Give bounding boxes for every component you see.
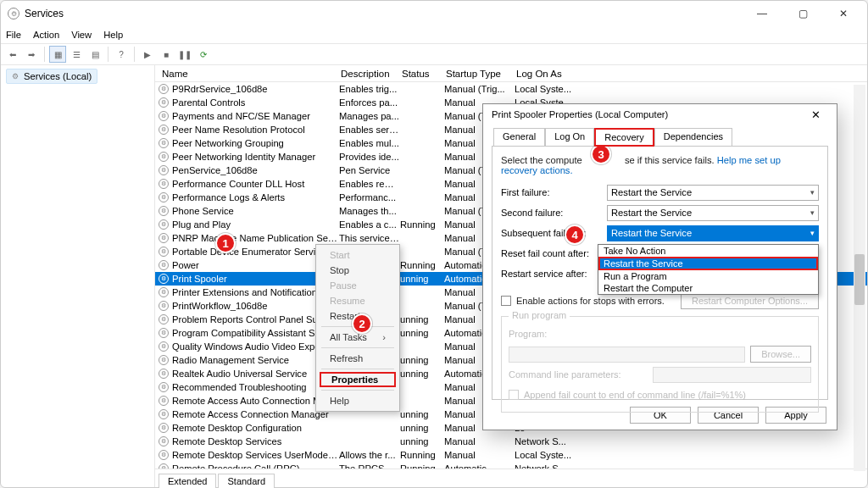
table-row[interactable]: ⚙Remote Desktop ServicesunningManualNetw…: [155, 435, 867, 448]
program-path-input[interactable]: [509, 347, 745, 363]
cell-name: Remote Access Auto Connection Manager: [172, 396, 339, 406]
cell-desc: Provides ide...: [339, 152, 400, 162]
minimize-button[interactable]: —: [745, 3, 779, 25]
opt-restart-service[interactable]: Restart the Service: [598, 257, 818, 270]
ctx-help[interactable]: Help: [318, 393, 398, 408]
cell-name: Payments and NFC/SE Manager: [172, 111, 339, 121]
reset-count-label: Reset fail count after:: [501, 248, 607, 258]
second-failure-label: Second failure:: [501, 208, 607, 218]
first-failure-combo[interactable]: Restart the Service▾: [607, 185, 819, 201]
play-icon[interactable]: ▶: [139, 46, 156, 63]
cell-startup: Manual: [444, 436, 515, 446]
service-icon: ⚙: [159, 233, 169, 243]
tab-standard[interactable]: Standard: [218, 474, 275, 488]
menu-help[interactable]: Help: [103, 30, 123, 40]
ctx-pause[interactable]: Pause: [318, 278, 398, 293]
cell-desc: Enables a c...: [339, 219, 400, 230]
menu-view[interactable]: View: [71, 30, 92, 40]
cell-name: Realtek Audio Universal Service: [172, 369, 339, 379]
dialog-close-button[interactable]: ✕: [803, 108, 828, 121]
tab-dependencies[interactable]: Dependencies: [654, 128, 732, 147]
menu-action[interactable]: Action: [33, 30, 59, 40]
ctx-refresh[interactable]: Refresh: [318, 351, 398, 366]
table-row[interactable]: ⚙Remote Desktop Services UserMode Port .…: [155, 448, 867, 462]
close-button[interactable]: ✕: [826, 3, 860, 25]
maximize-button[interactable]: ▢: [786, 3, 820, 25]
service-icon: ⚙: [159, 287, 169, 297]
cell-logon: Network S...: [515, 436, 578, 446]
cell-name: Radio Management Service: [172, 355, 339, 365]
tab-recovery[interactable]: Recovery: [594, 128, 654, 147]
service-icon: ⚙: [159, 219, 169, 230]
cell-startup: Manual: [444, 450, 515, 460]
badge-4: 4: [565, 225, 585, 245]
cell-desc: Pen Service: [339, 165, 400, 175]
tree-services-local[interactable]: ⚙ Services (Local): [6, 69, 97, 84]
cell-name: P9RdrService_106d8e: [172, 84, 339, 94]
enable-actions-checkbox[interactable]: [501, 296, 511, 306]
service-icon: ⚙: [159, 355, 169, 365]
run-program-group: Run program Program: Browse... Command l…: [501, 316, 819, 413]
ctx-properties[interactable]: Properties: [320, 372, 396, 387]
properties-dialog: Print Spooler Properties (Local Computer…: [482, 103, 837, 430]
help-icon[interactable]: ?: [113, 46, 130, 63]
table-row[interactable]: ⚙P9RdrService_106d8eEnables trig...Manua…: [155, 82, 867, 96]
cell-status: unning: [400, 409, 444, 419]
cell-name: PenService_106d8e: [172, 165, 339, 175]
table-row[interactable]: ⚙Remote Procedure Call (RPC)The RPCSS s.…: [155, 462, 867, 469]
service-icon: ⚙: [159, 179, 169, 189]
ctx-stop[interactable]: Stop: [318, 263, 398, 278]
left-tree: ⚙ Services (Local): [1, 65, 155, 487]
pause-icon[interactable]: ❚❚: [176, 46, 193, 63]
append-fail-count-checkbox[interactable]: [509, 390, 519, 400]
cell-desc: The RPCSS s...: [339, 463, 400, 469]
menu-file[interactable]: File: [6, 30, 21, 40]
col-description[interactable]: Description: [341, 69, 402, 79]
cell-status: unning: [400, 423, 444, 433]
cell-status: Running: [400, 219, 444, 230]
cell-name: Remote Procedure Call (RPC): [172, 463, 339, 469]
back-icon[interactable]: ⬅: [4, 46, 21, 63]
subsequent-failure-combo[interactable]: Restart the Service▾: [607, 225, 819, 241]
properties-icon[interactable]: ▤: [86, 46, 103, 63]
cell-startup: Automatic: [444, 463, 515, 469]
cmdline-input[interactable]: [653, 367, 811, 383]
opt-run-program[interactable]: Run a Program: [598, 270, 818, 282]
service-icon: ⚙: [159, 463, 169, 469]
cell-name: Plug and Play: [172, 219, 339, 230]
cell-desc: Enforces pa...: [339, 97, 400, 108]
cell-desc: Performanc...: [339, 192, 400, 202]
cell-status: Running: [400, 260, 444, 270]
opt-restart-computer[interactable]: Restart the Computer: [598, 282, 818, 294]
cell-name: Remote Desktop Services: [172, 436, 339, 446]
forward-icon[interactable]: ➡: [23, 46, 40, 63]
col-name[interactable]: Name: [159, 69, 341, 79]
export-list-icon[interactable]: ☰: [68, 46, 85, 63]
col-status[interactable]: Status: [402, 69, 446, 79]
ctx-properties-label: Properties: [331, 374, 378, 385]
ctx-resume[interactable]: Resume: [318, 293, 398, 308]
opt-no-action[interactable]: Take No Action: [598, 245, 818, 257]
show-hide-tree-icon[interactable]: ▦: [49, 46, 66, 63]
cell-status: Running: [400, 463, 444, 469]
cell-desc: Allows the r...: [339, 450, 400, 460]
cell-name: Remote Desktop Configuration: [172, 423, 339, 433]
tab-general[interactable]: General: [493, 128, 545, 147]
scroll-thumb[interactable]: [854, 254, 865, 305]
restart-computer-options-button[interactable]: Restart Computer Options...: [681, 292, 819, 309]
scrollbar[interactable]: [854, 85, 865, 471]
ctx-start[interactable]: Start: [318, 247, 398, 263]
second-failure-combo[interactable]: Restart the Service▾: [607, 205, 819, 221]
titlebar: ⚙ Services — ▢ ✕: [1, 1, 867, 26]
browse-button[interactable]: Browse...: [750, 346, 811, 363]
restart-icon[interactable]: ⟳: [195, 46, 212, 63]
cell-status: unning: [400, 274, 444, 284]
stop-icon[interactable]: ■: [158, 46, 175, 63]
col-logon[interactable]: Log On As: [516, 69, 580, 79]
toolbar: ⬅ ➡ ▦ ☰ ▤ ? ▶ ■ ❚❚ ⟳: [1, 43, 867, 65]
service-icon: ⚙: [159, 382, 169, 392]
tab-logon[interactable]: Log On: [545, 128, 594, 147]
service-icon: ⚙: [159, 138, 169, 148]
tab-extended[interactable]: Extended: [159, 474, 216, 488]
col-startup[interactable]: Startup Type: [446, 69, 516, 79]
